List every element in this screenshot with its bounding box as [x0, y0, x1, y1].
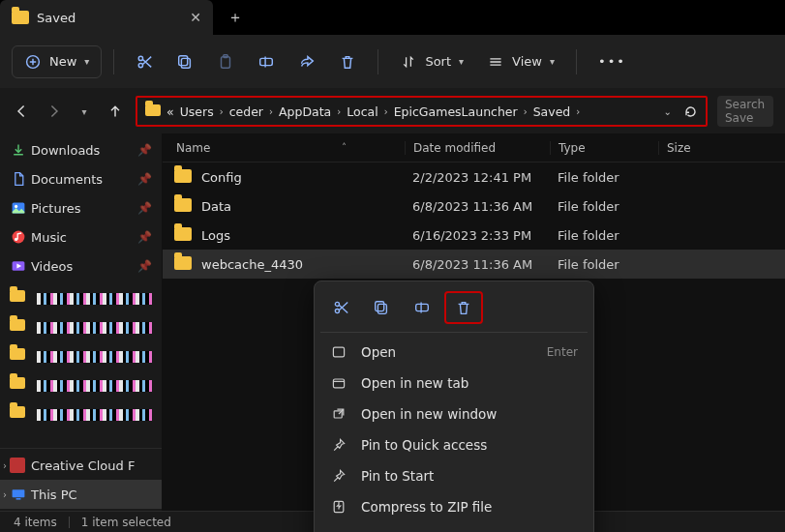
cut-button[interactable] — [126, 46, 163, 77]
context-item[interactable]: Pin to Quick access — [320, 429, 588, 460]
zip-icon — [330, 498, 347, 516]
sidebar-item-hidden[interactable] — [0, 342, 162, 371]
cell-date: 2/2/2023 12:41 PM — [405, 170, 550, 185]
new-label: New — [49, 54, 76, 69]
context-cut[interactable] — [322, 292, 359, 323]
chevron-down-icon: ▾ — [459, 56, 464, 67]
sidebar-item-creative-cloud[interactable]: › Creative Cloud F — [0, 451, 162, 480]
context-delete[interactable] — [444, 291, 483, 324]
table-row[interactable]: Logs6/16/2023 2:33 PMFile folder — [163, 221, 785, 250]
cell-date: 6/8/2023 11:36 AM — [405, 257, 550, 272]
paste-button[interactable] — [207, 46, 244, 77]
sidebar-item-hidden[interactable] — [0, 313, 162, 342]
column-name[interactable]: Name ˄ — [163, 141, 405, 155]
sidebar-item-videos[interactable]: Videos📌 — [0, 251, 162, 281]
window-tab[interactable]: Saved ✕ — [0, 0, 213, 35]
newwin-icon — [330, 405, 347, 423]
sidebar-item-this-pc[interactable]: › This PC — [0, 480, 162, 509]
context-item[interactable]: Open in new tab — [320, 368, 588, 399]
pin-icon: 📌 — [137, 172, 152, 186]
view-button[interactable]: View ▾ — [477, 46, 564, 77]
copy-button[interactable] — [166, 46, 203, 77]
context-rename[interactable] — [404, 292, 440, 323]
svg-rect-5 — [222, 56, 230, 68]
sidebar-item-hidden[interactable] — [0, 400, 162, 429]
sort-button[interactable]: Sort ▾ — [390, 46, 473, 77]
chevron-down-icon[interactable]: ⌄ — [664, 106, 672, 117]
forward-button[interactable] — [43, 101, 64, 122]
breadcrumb-seg[interactable]: ceder› — [229, 104, 273, 119]
clipboard-icon — [217, 53, 234, 71]
column-date[interactable]: Date modified — [405, 141, 550, 155]
chevron-right-icon: › — [576, 106, 580, 117]
cell-name: Logs — [201, 228, 230, 243]
breadcrumb-seg[interactable]: Saved› — [533, 104, 581, 119]
chevron-down-icon: ▾ — [81, 106, 86, 117]
breadcrumb[interactable]: « Users›ceder›AppData›Local›EpicGamesLau… — [136, 96, 708, 127]
svg-rect-20 — [333, 347, 344, 357]
breadcrumb-seg[interactable]: EpicGamesLauncher› — [394, 104, 528, 119]
context-item[interactable]: Copy as pathCtrl+Shift+C — [320, 522, 588, 532]
pin-icon: 📌 — [137, 143, 152, 157]
back-button[interactable] — [12, 101, 33, 122]
column-headers: Name ˄ Date modified Type Size — [163, 133, 785, 163]
folder-icon — [12, 11, 27, 24]
context-copy[interactable] — [363, 292, 400, 323]
tab-title: Saved — [37, 11, 75, 25]
breadcrumb-overflow[interactable]: « — [166, 104, 174, 119]
sidebar-item-downloads[interactable]: Downloads📌 — [0, 135, 162, 164]
context-item[interactable]: Compress to ZIP file — [320, 491, 588, 522]
new-button[interactable]: New ▾ — [12, 45, 102, 78]
pin-icon: 📌 — [137, 230, 152, 244]
sidebar-item-music[interactable]: Music📌 — [0, 222, 162, 251]
folder-icon — [145, 104, 161, 119]
share-button[interactable] — [288, 46, 325, 77]
more-button[interactable]: ••• — [589, 46, 636, 77]
sidebar-item-documents[interactable]: Documents📌 — [0, 164, 162, 193]
music-icon — [10, 228, 27, 246]
breadcrumb-seg[interactable]: Users› — [180, 104, 224, 119]
breadcrumb-seg[interactable]: AppData› — [279, 104, 341, 119]
picture-icon — [10, 199, 27, 217]
context-label: Open — [361, 344, 396, 360]
sidebar: Downloads📌Documents📌Pictures📌Music📌Video… — [0, 133, 163, 511]
svg-point-9 — [15, 205, 17, 208]
delete-button[interactable] — [329, 46, 366, 77]
sort-indicator-icon: ˄ — [342, 142, 347, 153]
svg-rect-19 — [416, 304, 429, 310]
address-row: ▾ « Users›ceder›AppData›Local›EpicGamesL… — [0, 89, 785, 133]
svg-rect-13 — [13, 489, 25, 497]
sidebar-item-label: Videos — [31, 259, 73, 274]
close-icon[interactable]: ✕ — [190, 10, 201, 25]
cc-icon — [10, 458, 25, 473]
context-item[interactable]: Pin to Start — [320, 460, 588, 491]
recent-button[interactable]: ▾ — [74, 101, 95, 122]
svg-point-10 — [13, 231, 25, 244]
sidebar-item-hidden[interactable] — [0, 284, 162, 313]
context-item[interactable]: OpenEnter — [320, 337, 588, 368]
new-tab-button[interactable]: ＋ — [213, 0, 257, 35]
sidebar-item-hidden[interactable] — [0, 371, 162, 400]
column-size[interactable]: Size — [658, 141, 785, 155]
refresh-button[interactable] — [683, 104, 698, 119]
table-row[interactable]: webcache_44306/8/2023 11:36 AMFile folde… — [163, 250, 785, 279]
plus-icon — [24, 53, 42, 71]
svg-rect-7 — [260, 58, 273, 65]
breadcrumb-seg[interactable]: Local› — [347, 104, 387, 119]
up-button[interactable] — [105, 101, 126, 122]
table-row[interactable]: Config2/2/2023 12:41 PMFile folder — [163, 163, 785, 192]
sidebar-item-pictures[interactable]: Pictures📌 — [0, 193, 162, 222]
rename-button[interactable] — [248, 46, 285, 77]
sort-label: Sort — [425, 54, 451, 69]
table-row[interactable]: Data6/8/2023 11:36 AMFile folder — [163, 192, 785, 221]
newtab-icon — [330, 374, 347, 392]
pin-icon — [330, 467, 347, 485]
ellipsis-icon: ••• — [598, 54, 626, 69]
column-type[interactable]: Type — [550, 141, 658, 155]
folder-icon — [174, 256, 192, 273]
trash-icon — [339, 53, 356, 71]
context-item[interactable]: Open in new window — [320, 399, 588, 429]
sidebar-item-label: Music — [31, 230, 67, 245]
pin-icon — [330, 436, 347, 454]
search-input[interactable]: Search Save — [717, 96, 773, 127]
